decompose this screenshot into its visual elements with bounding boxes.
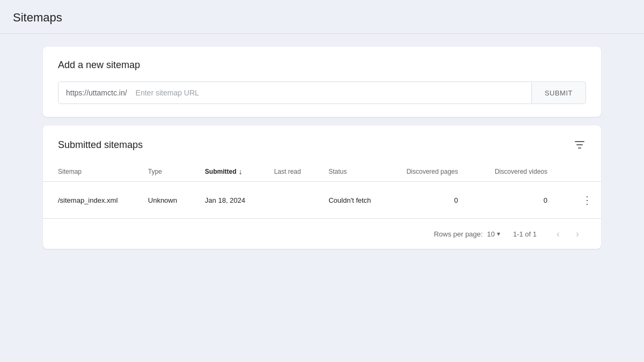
col-type: Type bbox=[133, 162, 190, 182]
add-sitemap-card: Add a new sitemap https://uttamctc.in/ S… bbox=[43, 47, 601, 117]
next-page-button[interactable]: › bbox=[569, 225, 586, 242]
rows-per-page: Rows per page: 10 ▾ bbox=[434, 230, 500, 238]
col-status: Status bbox=[313, 162, 385, 182]
page-info: 1-1 of 1 bbox=[513, 230, 537, 238]
col-discovered-videos: Discovered videos bbox=[473, 162, 563, 182]
submit-button[interactable]: SUBMIT bbox=[531, 83, 586, 104]
col-last-read: Last read bbox=[259, 162, 314, 182]
row-type: Unknown bbox=[133, 182, 190, 219]
sitemaps-table: Sitemap Type Submitted ↓ Last read Statu… bbox=[43, 162, 601, 219]
page-title: Sitemaps bbox=[0, 0, 644, 34]
col-sitemap: Sitemap bbox=[43, 162, 133, 182]
filter-icon[interactable] bbox=[573, 138, 586, 151]
more-actions-button[interactable]: ⋮ bbox=[577, 191, 597, 209]
pagination-buttons: ‹ › bbox=[550, 225, 586, 242]
sort-arrow-icon: ↓ bbox=[239, 167, 243, 176]
row-discovered-pages: 0 bbox=[385, 182, 473, 219]
prev-page-button[interactable]: ‹ bbox=[550, 225, 567, 242]
rows-per-page-label: Rows per page: bbox=[434, 230, 482, 238]
row-last-read bbox=[259, 182, 314, 219]
row-status: Couldn't fetch bbox=[313, 182, 385, 219]
col-submitted[interactable]: Submitted ↓ bbox=[190, 162, 259, 182]
base-url-label: https://uttamctc.in/ bbox=[58, 82, 131, 104]
row-submitted: Jan 18, 2024 bbox=[190, 182, 259, 219]
submitted-sitemaps-title: Submitted sitemaps bbox=[58, 139, 143, 151]
sitemap-input-row: https://uttamctc.in/ SUBMIT bbox=[58, 82, 586, 104]
submitted-sitemaps-card: Submitted sitemaps Sitemap Type Submitte… bbox=[43, 125, 601, 249]
table-row: /sitemap_index.xml Unknown Jan 18, 2024 … bbox=[43, 182, 601, 219]
rows-per-page-value: 10 bbox=[487, 230, 494, 238]
row-discovered-videos: 0 bbox=[473, 182, 563, 219]
col-actions bbox=[562, 162, 601, 182]
add-sitemap-title: Add a new sitemap bbox=[58, 60, 586, 71]
rows-per-page-select[interactable]: 10 ▾ bbox=[487, 230, 500, 238]
col-discovered-pages: Discovered pages bbox=[385, 162, 473, 182]
dropdown-arrow-icon: ▾ bbox=[497, 230, 500, 238]
table-footer: Rows per page: 10 ▾ 1-1 of 1 ‹ › bbox=[43, 219, 601, 249]
row-sitemap: /sitemap_index.xml bbox=[43, 182, 133, 219]
sitemap-url-input[interactable] bbox=[131, 82, 531, 104]
row-actions-cell: ⋮ bbox=[562, 182, 601, 219]
submitted-card-header: Submitted sitemaps bbox=[43, 138, 601, 162]
